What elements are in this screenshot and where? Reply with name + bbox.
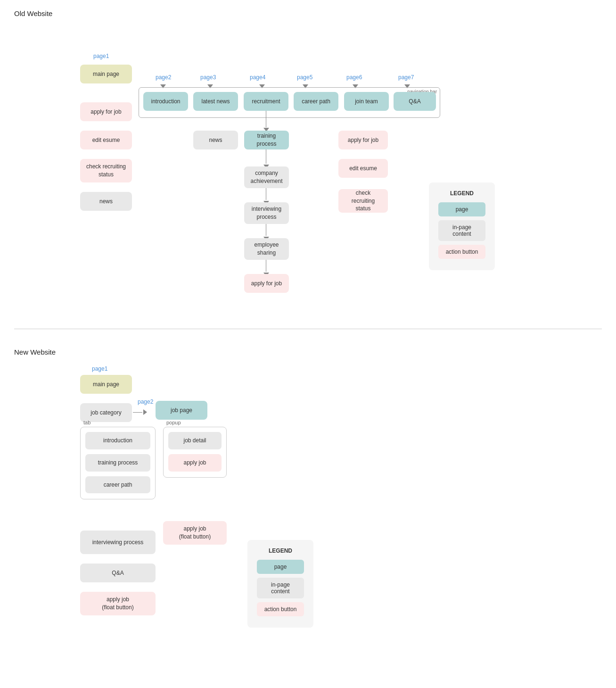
old-training-process: training process: [244, 131, 289, 149]
new-qna: Q&A: [80, 564, 156, 582]
old-nav-career-path: career path: [294, 92, 338, 111]
new-page1-label: page1: [92, 365, 107, 372]
old-p4-line5: [266, 260, 266, 272]
old-interviewing-process: interviewing process: [244, 202, 289, 224]
old-legend-page: page: [438, 202, 485, 216]
old-p4-line3: [266, 188, 266, 200]
old-nav-join-team: join team: [344, 92, 389, 111]
new-tab-label: tab: [83, 420, 90, 425]
new-interviewing-process: interviewing process: [80, 531, 156, 554]
old-apply-p6: apply for job: [338, 131, 388, 149]
old-main-page: main page: [80, 65, 132, 83]
new-tab-training: training process: [85, 454, 150, 472]
old-nav-recruitment: recruitment: [244, 92, 288, 111]
new-tab-career: career path: [85, 476, 150, 494]
new-main-page: main page: [80, 375, 132, 394]
new-legend: LEGEND page in-page content action butto…: [247, 540, 313, 628]
old-page4-label: page4: [250, 74, 265, 81]
new-website-section: New Website page1 main page job category…: [14, 348, 602, 672]
new-legend-page: page: [257, 560, 304, 574]
new-legend-inpage: in-page content: [257, 578, 304, 598]
old-legend-inpage: in-page content: [438, 220, 485, 241]
new-job-page: job page: [156, 401, 207, 420]
old-apply-for-job-p4: apply for job: [244, 274, 289, 293]
new-page2-label: page2: [138, 398, 153, 405]
old-nav-latest-news: latest news: [193, 92, 238, 111]
old-p4-line4: [266, 224, 266, 236]
old-page3-news: news: [193, 131, 238, 149]
old-check-recruiting-left: check recruiting status: [80, 159, 132, 182]
old-p4-line1: [266, 111, 266, 127]
new-tab-introduction: introduction: [85, 432, 150, 449]
old-page2-label: page2: [156, 74, 171, 81]
old-employee-sharing: employee sharing: [244, 238, 289, 260]
old-news-left: news: [80, 192, 132, 211]
old-company-achievement: company achievement: [244, 166, 289, 188]
new-apply-float-main: apply job(float button): [80, 592, 156, 615]
new-legend-title: LEGEND: [257, 547, 304, 554]
new-apply-float-jobpage: apply job(float button): [163, 521, 227, 545]
old-edit-esume-left: edit esume: [80, 131, 132, 149]
old-website-section: Old Website page1 main page apply for jo…: [14, 9, 602, 310]
old-nav-qna: Q&A: [394, 92, 436, 111]
old-apply-for-job-left: apply for job: [80, 102, 132, 121]
new-popup-label: popup: [166, 420, 181, 425]
new-legend-action: action button: [257, 602, 304, 616]
old-p4-line2: [266, 149, 266, 164]
old-nav-introduction: introduction: [143, 92, 188, 111]
old-check-p6: check recruiting status: [338, 189, 388, 213]
old-page3-label: page3: [200, 74, 216, 81]
new-job-category: job category: [80, 403, 132, 422]
old-page7-label: page7: [398, 74, 414, 81]
new-website-title: New Website: [14, 348, 602, 356]
section-divider: [14, 329, 602, 329]
old-legend-action: action button: [438, 245, 485, 259]
old-edit-p6: edit esume: [338, 159, 388, 178]
old-page5-label: page5: [297, 74, 312, 81]
old-legend: LEGEND page in-page content action butto…: [429, 182, 495, 270]
old-page6-label: page6: [346, 74, 362, 81]
old-website-title: Old Website: [14, 9, 602, 17]
old-page1-label: page1: [93, 53, 109, 59]
new-job-detail: job detail: [168, 432, 222, 449]
new-apply-job-popup: apply job: [168, 454, 222, 472]
old-legend-title: LEGEND: [438, 190, 485, 197]
